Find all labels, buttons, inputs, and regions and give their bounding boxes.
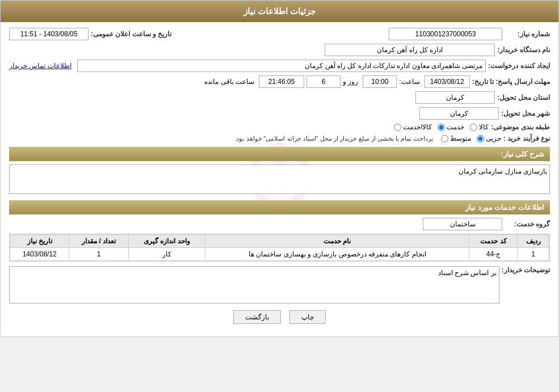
- row-province: استان محل تحویل: کرمان: [9, 91, 550, 104]
- row-response-deadline: مهلت ارسال پاسخ: تا تاریخ: 1403/08/12 سا…: [9, 75, 550, 88]
- row-requester-org: نام دستگاه خریدار: اداره کل راه آهن کرما…: [9, 44, 550, 56]
- need-description-wrapper: بازسازی منازل سازمانی کرمان: [9, 165, 550, 196]
- services-table-container: ردیف کد حدمت نام حدمت واحد اندازه گیری ت…: [9, 234, 550, 262]
- purchase-type-label: نوع فرآیند خرید :: [503, 134, 550, 142]
- cell-row: 1: [518, 248, 549, 261]
- creator-label: ایجاد کننده درخواست:: [488, 62, 550, 70]
- radio-jozee: جزیی: [477, 134, 501, 142]
- services-header-label: اطلاعات خدمات مورد نیاز: [465, 203, 544, 212]
- radio-kala-input[interactable]: [470, 124, 477, 131]
- cell-code: ج-44: [469, 248, 518, 261]
- radio-kala-khedmat: کالا/خدمت: [394, 123, 432, 131]
- radio-mottaset-input[interactable]: [441, 135, 448, 142]
- col-name: نام حدمت: [205, 235, 469, 248]
- city-value: کرمان: [419, 107, 499, 120]
- page-wrapper: جزئیات اطلاعات نیاز شماره نیاز: 11030012…: [0, 0, 559, 337]
- col-code: کد حدمت: [469, 235, 518, 248]
- need-number-value: 1103001237000053: [389, 28, 502, 40]
- radio-kala-khedmat-input[interactable]: [394, 124, 401, 131]
- creator-value: مرتضی شاهمرادی معاون اداره تدارکات اداره…: [77, 60, 486, 72]
- service-group-label: گروه خدمت:: [505, 220, 550, 228]
- need-description-label: شرح کلی نیاز:: [501, 150, 544, 158]
- radio-khedmat-input[interactable]: [438, 124, 445, 131]
- requester-org-label: نام دستگاه خریدار:: [497, 46, 550, 54]
- print-button[interactable]: چاپ: [289, 310, 326, 324]
- cell-quantity: 1: [69, 248, 128, 261]
- response-time-value: 10:00: [363, 75, 397, 88]
- radio-khedmat: خدمت: [438, 123, 464, 131]
- row-category: طبقه بندی موضوعی: کالا خدمت کالا/خدمت: [9, 123, 550, 131]
- content-overlay: شماره نیاز: 1103001237000053 تاریخ و ساع…: [9, 28, 550, 324]
- cell-unit: کار: [128, 248, 205, 261]
- row-buyer-notes: توضیحات خریدار: بر اساس شرح اسناد: [9, 266, 550, 304]
- service-group-value: ساختمان: [423, 218, 502, 230]
- page-title: جزئیات اطلاعات نیاز: [243, 6, 316, 16]
- contact-link[interactable]: اطلاعات تماس خریدار: [9, 62, 72, 70]
- row-service-group: گروه خدمت: ساختمان: [9, 218, 550, 230]
- response-date-value: 1403/08/12: [424, 75, 470, 88]
- province-value: کرمان: [415, 91, 495, 104]
- response-remaining-value: 21:46:05: [259, 75, 304, 88]
- city-label: شهر محل تحویل:: [501, 109, 550, 117]
- col-date: تاریخ نیاز: [10, 235, 69, 248]
- kala-label: کالا: [479, 123, 489, 131]
- col-unit: واحد اندازه گیری: [128, 235, 205, 248]
- response-time-label: ساعت:: [399, 78, 419, 86]
- announcement-date-value: 1403/08/05 - 11:51: [9, 28, 89, 40]
- row-creator: ایجاد کننده درخواست: مرتضی شاهمرادی معاو…: [9, 60, 550, 72]
- category-radio-group: کالا خدمت کالا/خدمت: [394, 123, 489, 131]
- need-number-label: شماره نیاز:: [505, 30, 550, 38]
- page-header: جزئیات اطلاعات نیاز: [1, 1, 558, 22]
- requester-org-value: اداره کل راه آهن کرمان: [325, 44, 495, 56]
- table-header-row: ردیف کد حدمت نام حدمت واحد اندازه گیری ت…: [10, 235, 549, 248]
- response-remaining-label: ساعت باقی مانده: [204, 78, 254, 86]
- province-label: استان محل تحویل:: [497, 94, 550, 102]
- radio-jozee-input[interactable]: [477, 135, 484, 142]
- cell-date: 1403/08/12: [10, 248, 69, 261]
- response-deadline-label: مهلت ارسال پاسخ: تا تاریخ:: [472, 78, 550, 86]
- khedmat-label: خدمت: [447, 123, 464, 131]
- main-content: شماره نیاز: 1103001237000053 تاریخ و ساع…: [1, 22, 558, 336]
- kala-khedmat-label: کالا/خدمت: [403, 123, 432, 131]
- cell-name: انجام کارهای متفرقه درخصوص بازسازی و بهس…: [205, 248, 469, 261]
- col-row: ردیف: [518, 235, 549, 248]
- purchase-type-radio-group: جزیی متوسط: [441, 134, 501, 142]
- jozee-label: جزیی: [486, 134, 501, 142]
- table-row: 1 ج-44 انجام کارهای متفرقه درخصوص بازساز…: [10, 248, 549, 261]
- mottaset-label: متوسط: [450, 134, 471, 142]
- col-quantity: تعداد / مقدار: [69, 235, 128, 248]
- services-table: ردیف کد حدمت نام حدمت واحد اندازه گیری ت…: [10, 234, 549, 261]
- purchase-type-note: پرداخت تمام یا بخشی از مبلغ خریدار از مح…: [234, 135, 433, 142]
- response-days-value: 6: [306, 75, 341, 88]
- need-description-section-header: شرح کلی نیاز:: [9, 147, 550, 161]
- row-city: شهر محل تحویل: کرمان: [9, 107, 550, 120]
- buyer-notes-textarea[interactable]: بر اساس شرح اسناد: [9, 266, 499, 304]
- row-purchase-type: نوع فرآیند خرید : جزیی متوسط پرداخت تمام…: [9, 134, 550, 142]
- services-section-header: اطلاعات خدمات مورد نیاز: [9, 200, 550, 214]
- buttons-row: چاپ بازگشت: [9, 310, 550, 324]
- row-need-number: شماره نیاز: 1103001237000053 تاریخ و ساع…: [9, 28, 550, 40]
- need-description-textarea[interactable]: بازسازی منازل سازمانی کرمان: [9, 165, 550, 194]
- radio-kala: کالا: [470, 123, 489, 131]
- announcement-date-label: تاریخ و ساعت اعلان عمومی:: [91, 30, 171, 38]
- buyer-notes-label: توضیحات خریدار:: [502, 266, 550, 274]
- back-button[interactable]: بازگشت: [233, 310, 281, 324]
- category-label: طبقه بندی موضوعی:: [491, 123, 550, 131]
- radio-mottaset: متوسط: [441, 134, 471, 142]
- response-days-label: روز و: [343, 78, 358, 86]
